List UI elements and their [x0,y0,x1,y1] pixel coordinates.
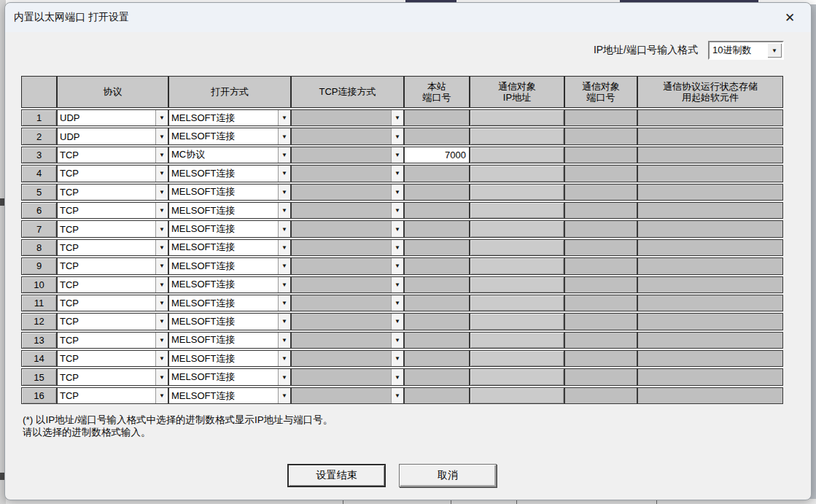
dropdown-arrow-icon[interactable]: ▼ [278,110,290,125]
dropdown-arrow-icon[interactable]: ▼ [278,388,290,403]
dropdown-arrow-icon[interactable]: ▼ [278,128,290,144]
protocol-select[interactable]: TCP▼ [57,368,168,385]
dropdown-arrow-icon[interactable]: ▼ [155,351,168,366]
dropdown-arrow-icon[interactable]: ▼ [278,351,290,366]
dropdown-arrow-icon[interactable]: ▼ [155,147,168,163]
open-method-select[interactable]: MELSOFT连接▼ [168,276,291,293]
open-method-select[interactable]: MC协议▼ [168,147,291,163]
protocol-select[interactable]: TCP▼ [57,184,168,201]
open-method-select[interactable]: MELSOFT连接▼ [168,202,291,219]
host-port-cell[interactable]: 7000 [404,147,470,163]
tcp-mode-select[interactable]: ▼ [291,147,404,163]
close-icon[interactable]: ✕ [779,8,801,27]
protocol-select[interactable]: TCP▼ [57,239,168,256]
dropdown-arrow-icon[interactable]: ▼ [155,221,168,236]
tcp-mode-select[interactable]: ▼ [291,387,404,404]
dropdown-arrow-icon[interactable]: ▼ [155,369,168,384]
dropdown-arrow-icon[interactable]: ▼ [391,314,403,329]
tcp-mode-select[interactable]: ▼ [291,128,404,144]
tcp-mode-select[interactable]: ▼ [291,220,404,237]
dropdown-arrow-icon[interactable]: ▼ [391,295,403,311]
open-method-select[interactable]: MELSOFT连接▼ [168,184,291,201]
dropdown-arrow-icon[interactable]: ▼ [391,110,403,125]
protocol-select[interactable]: TCP▼ [57,147,168,163]
protocol-select[interactable]: TCP▼ [57,313,168,330]
dropdown-arrow-icon[interactable]: ▼ [155,258,168,274]
cancel-button[interactable]: 取消 [399,464,497,487]
open-method-select[interactable]: MELSOFT连接▼ [168,128,291,144]
open-method-select[interactable]: MELSOFT连接▼ [168,332,291,349]
format-selector-dropdown[interactable]: 10进制数 ▼ [708,41,784,60]
dropdown-arrow-icon[interactable]: ▼ [278,277,290,292]
open-method-select[interactable]: MELSOFT连接▼ [168,257,291,274]
open-method-select[interactable]: MELSOFT连接▼ [168,239,291,256]
dropdown-arrow-icon[interactable]: ▼ [278,203,290,218]
dropdown-arrow-icon[interactable]: ▼ [155,166,168,181]
tcp-mode-select[interactable]: ▼ [291,165,404,182]
dropdown-arrow-icon[interactable]: ▼ [155,295,168,311]
tcp-mode-select[interactable]: ▼ [291,350,404,367]
tcp-mode-select[interactable]: ▼ [291,257,404,274]
open-method-select[interactable]: MELSOFT连接▼ [168,387,291,404]
dropdown-arrow-icon[interactable]: ▼ [391,388,403,403]
dropdown-arrow-icon[interactable]: ▼ [391,147,403,163]
protocol-select[interactable]: TCP▼ [57,276,168,293]
dropdown-arrow-icon[interactable]: ▼ [155,185,168,200]
setting-finish-button[interactable]: 设置结束 [287,464,386,487]
dropdown-arrow-icon[interactable]: ▼ [278,185,290,200]
dropdown-arrow-icon[interactable]: ▼ [278,333,290,348]
tcp-mode-select[interactable]: ▼ [291,295,404,311]
dropdown-arrow-icon[interactable]: ▼ [278,240,290,255]
dropdown-arrow-icon[interactable]: ▼ [391,221,403,236]
dropdown-arrow-icon[interactable]: ▼ [155,333,168,348]
dropdown-arrow-icon[interactable]: ▼ [391,369,403,384]
tcp-mode-select[interactable]: ▼ [291,109,404,126]
dropdown-arrow-icon[interactable]: ▼ [278,166,290,181]
tcp-mode-select[interactable]: ▼ [291,368,404,385]
dropdown-arrow-icon[interactable]: ▼ [278,369,290,384]
tcp-mode-select[interactable]: ▼ [291,202,404,219]
open-method-select[interactable]: MELSOFT连接▼ [168,295,291,311]
dropdown-arrow-icon[interactable]: ▼ [278,147,290,163]
dropdown-arrow-icon[interactable]: ▼ [155,388,168,403]
open-method-select[interactable]: MELSOFT连接▼ [168,313,291,330]
dropdown-arrow-icon[interactable]: ▼ [391,128,403,144]
protocol-select[interactable]: TCP▼ [57,220,168,237]
tcp-mode-select[interactable]: ▼ [291,276,404,293]
tcp-mode-select[interactable]: ▼ [291,184,404,201]
dropdown-arrow-icon[interactable]: ▼ [391,185,403,200]
open-method-select[interactable]: MELSOFT连接▼ [168,109,291,126]
dropdown-arrow-icon[interactable]: ▼ [391,277,403,292]
open-method-select[interactable]: MELSOFT连接▼ [168,220,291,237]
open-method-select[interactable]: MELSOFT连接▼ [168,350,291,367]
protocol-select[interactable]: TCP▼ [57,202,168,219]
dropdown-arrow-icon[interactable]: ▼ [391,258,403,274]
protocol-select[interactable]: TCP▼ [57,257,168,274]
tcp-mode-select[interactable]: ▼ [291,239,404,256]
dropdown-arrow-icon[interactable]: ▼ [391,351,403,366]
dropdown-arrow-icon[interactable]: ▼ [155,314,168,329]
dropdown-arrow-icon[interactable]: ▼ [278,258,290,274]
dropdown-arrow-icon[interactable]: ▼ [155,240,168,255]
protocol-select[interactable]: TCP▼ [57,332,168,349]
dropdown-arrow-icon[interactable]: ▼ [278,295,290,311]
tcp-mode-select[interactable]: ▼ [291,313,404,330]
protocol-select[interactable]: UDP▼ [57,109,168,126]
dropdown-arrow-icon[interactable]: ▼ [391,333,403,348]
chevron-down-icon[interactable]: ▼ [767,43,782,58]
open-method-select[interactable]: MELSOFT连接▼ [168,165,291,182]
dropdown-arrow-icon[interactable]: ▼ [391,240,403,255]
dropdown-arrow-icon[interactable]: ▼ [155,128,168,144]
dropdown-arrow-icon[interactable]: ▼ [155,277,168,292]
open-method-select[interactable]: MELSOFT连接▼ [168,368,291,385]
dropdown-arrow-icon[interactable]: ▼ [391,166,403,181]
dropdown-arrow-icon[interactable]: ▼ [155,110,168,125]
protocol-select[interactable]: UDP▼ [57,128,168,144]
tcp-mode-select[interactable]: ▼ [291,332,404,349]
protocol-select[interactable]: TCP▼ [57,350,168,367]
dropdown-arrow-icon[interactable]: ▼ [155,203,168,218]
dropdown-arrow-icon[interactable]: ▼ [278,314,290,329]
dropdown-arrow-icon[interactable]: ▼ [278,221,290,236]
dropdown-arrow-icon[interactable]: ▼ [391,203,403,218]
protocol-select[interactable]: TCP▼ [57,295,168,311]
